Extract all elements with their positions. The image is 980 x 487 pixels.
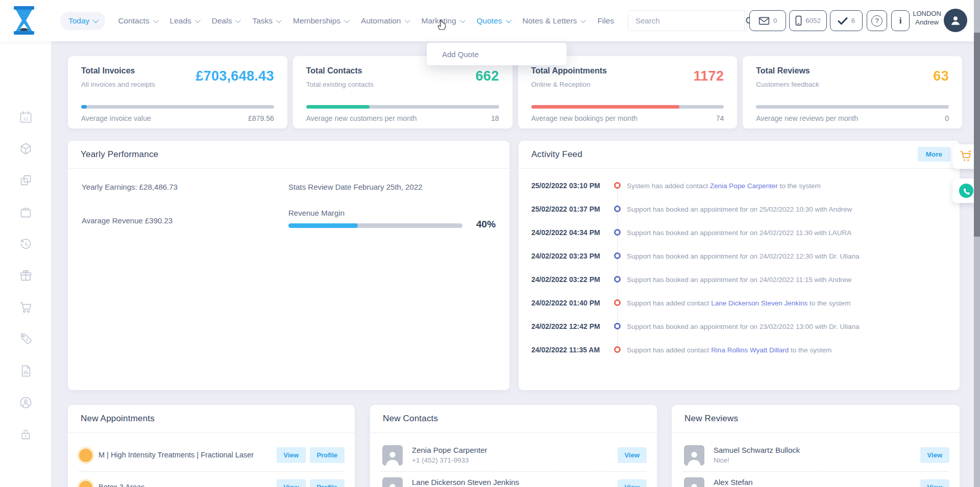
feed-contact-link[interactable]: Lane Dickerson Steven Jenkins bbox=[711, 299, 807, 307]
activity-feed-card: Activity Feed More 25/02/2022 03:10 PM S… bbox=[519, 141, 960, 390]
feed-time: 25/02/2022 01:37 PM bbox=[531, 205, 600, 213]
cart-icon[interactable] bbox=[19, 300, 33, 314]
svg-text:$: $ bbox=[26, 337, 29, 342]
nav-label: Automation bbox=[361, 16, 401, 25]
feed-entry: 24/02/2022 04:34 PM Support has booked a… bbox=[519, 227, 960, 250]
stat-subtitle: Total existing contacts bbox=[306, 81, 374, 88]
chevron-down-icon bbox=[153, 17, 158, 22]
stat-card-total-reviews: Total Reviews Customers feedback 63 Aver… bbox=[743, 56, 962, 129]
new-appointments-title: New Appointments bbox=[81, 414, 155, 424]
stats-review-date: Stats Review Date February 25th, 2022 bbox=[288, 183, 423, 191]
stat-title: Total Reviews bbox=[756, 66, 810, 75]
revenue-margin-label: Revenue Margin bbox=[288, 209, 345, 217]
nav-item-contacts[interactable]: Contacts bbox=[118, 16, 157, 25]
nav-item-notes-letters[interactable]: Notes & Letters bbox=[523, 16, 585, 25]
nav-item-automation[interactable]: Automation bbox=[361, 16, 408, 25]
booking-bag-icon[interactable] bbox=[19, 206, 33, 219]
timeline-marker bbox=[614, 299, 621, 306]
nav-item-today[interactable]: Today bbox=[60, 12, 105, 30]
nav-item-memberships[interactable]: Memberships bbox=[293, 16, 348, 25]
stat-progressbar bbox=[81, 105, 274, 109]
nav-item-leads[interactable]: Leads bbox=[170, 16, 199, 25]
calendar-icon[interactable]: 12 bbox=[19, 110, 33, 124]
nav-label: Memberships bbox=[293, 16, 340, 25]
mail-button[interactable]: 0 bbox=[749, 10, 786, 31]
chevron-down-icon bbox=[235, 17, 241, 22]
timeline-marker bbox=[614, 252, 621, 259]
phone-button[interactable]: 6052 bbox=[789, 10, 827, 31]
view-button[interactable]: View bbox=[920, 479, 949, 487]
feed-entry: 24/02/2022 12:42 PM Support has booked a… bbox=[519, 321, 960, 344]
cart-icon bbox=[960, 150, 973, 163]
contact-row: Lane Dickerson Steven Jenkins View bbox=[370, 473, 657, 487]
feed-contact-link[interactable]: Rina Rollins Wyatt Dillard bbox=[711, 346, 789, 354]
history-icon[interactable] bbox=[19, 237, 33, 251]
gift-icon[interactable] bbox=[19, 269, 33, 283]
profile-button[interactable]: Profile bbox=[310, 447, 345, 463]
stat-footer-value: 74 bbox=[716, 114, 724, 122]
profile-button[interactable]: Profile bbox=[310, 479, 345, 487]
tasks-button[interactable]: 6 bbox=[830, 10, 863, 31]
account-icon[interactable] bbox=[19, 396, 33, 409]
app-logo-icon[interactable] bbox=[12, 5, 36, 36]
scrollbar-thumb[interactable] bbox=[974, 33, 980, 237]
quotes-dropdown-menu: Add Quote bbox=[427, 43, 567, 65]
timeline-marker bbox=[614, 229, 621, 236]
view-button[interactable]: View bbox=[618, 479, 647, 487]
stat-footer-value: 18 bbox=[491, 114, 499, 122]
view-button[interactable]: View bbox=[277, 479, 306, 487]
nav-item-tasks[interactable]: Tasks bbox=[252, 16, 280, 25]
nav-item-files[interactable]: Files bbox=[597, 16, 614, 25]
menu-item-add-quote[interactable]: Add Quote bbox=[442, 50, 479, 59]
check-icon bbox=[838, 17, 848, 25]
stat-progressbar bbox=[531, 105, 724, 109]
timeline-marker bbox=[614, 346, 621, 353]
report-icon[interactable] bbox=[19, 364, 33, 378]
feed-time: 24/02/2022 03:22 PM bbox=[531, 275, 600, 284]
stat-value: 63 bbox=[933, 68, 949, 84]
phone-count: 6052 bbox=[805, 17, 821, 24]
help-button[interactable]: ? bbox=[867, 10, 887, 31]
nav-label: Notes & Letters bbox=[523, 16, 577, 25]
contact-phone: +1 (452) 371-9933 bbox=[412, 456, 469, 464]
lock-icon[interactable] bbox=[19, 427, 33, 441]
view-button[interactable]: View bbox=[618, 447, 647, 463]
chevron-down-icon bbox=[344, 17, 350, 22]
appointment-avatar bbox=[79, 449, 92, 462]
page-scrollbar[interactable] bbox=[974, 0, 980, 487]
user-avatar[interactable] bbox=[944, 9, 967, 32]
view-button[interactable]: View bbox=[920, 447, 949, 463]
review-row: Samuel Schwartz Bullock Nice! View bbox=[672, 441, 960, 470]
timeline-marker bbox=[614, 182, 621, 189]
package-icon[interactable] bbox=[19, 142, 33, 156]
left-sidebar: 12 $ bbox=[0, 41, 51, 487]
nav-item-quotes[interactable]: Quotes bbox=[477, 16, 510, 25]
new-appointments-card: New Appointments M | High Intensity Trea… bbox=[68, 405, 355, 487]
nav-item-deals[interactable]: Deals bbox=[212, 16, 240, 25]
more-button[interactable]: More bbox=[918, 147, 950, 162]
nav-label: Contacts bbox=[118, 16, 149, 25]
stat-value: 1172 bbox=[693, 68, 724, 84]
chevron-down-icon bbox=[580, 17, 586, 22]
nav-label: Files bbox=[597, 16, 614, 25]
feed-text: Support has booked an appointment for on… bbox=[627, 206, 852, 213]
view-button[interactable]: View bbox=[277, 447, 306, 463]
new-reviews-card: New Reviews Samuel Schwartz Bullock Nice… bbox=[672, 405, 960, 487]
timeline-marker bbox=[614, 206, 621, 212]
stat-value: £703,648.43 bbox=[195, 68, 274, 84]
search-box bbox=[628, 10, 747, 31]
stat-cards-row: Total Invoices All invoices and receipts… bbox=[68, 56, 962, 129]
timeline-marker bbox=[614, 276, 621, 283]
contact-avatar bbox=[382, 477, 403, 487]
timeline-marker bbox=[614, 323, 621, 329]
reviewer-avatar bbox=[684, 477, 704, 487]
price-tag-icon[interactable]: $ bbox=[19, 332, 33, 346]
stat-value: 662 bbox=[476, 68, 499, 84]
copy-icon[interactable] bbox=[19, 173, 33, 187]
feed-text: Support has added contact bbox=[627, 299, 711, 307]
search-input[interactable] bbox=[628, 11, 744, 31]
info-button[interactable]: i bbox=[891, 10, 910, 31]
feed-text: to the system bbox=[807, 299, 850, 307]
stat-footer-value: £879.56 bbox=[248, 114, 274, 122]
feed-contact-link[interactable]: Zenia Pope Carpenter bbox=[710, 182, 778, 190]
